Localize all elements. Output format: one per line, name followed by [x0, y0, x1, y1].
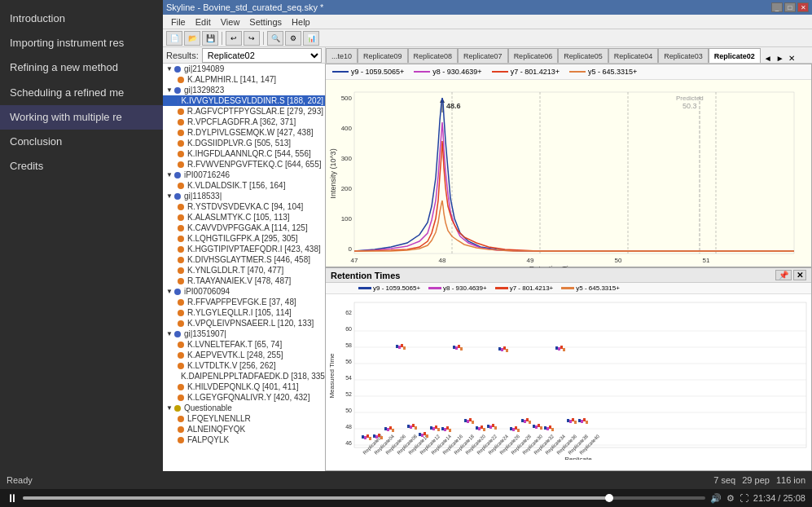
tab-rep03[interactable]: Replicate03: [658, 48, 709, 63]
toolbar-save[interactable]: 💾: [202, 31, 218, 46]
maximize-button[interactable]: □: [784, 2, 796, 12]
toolbar-undo[interactable]: ↩: [226, 31, 242, 46]
svg-rect-66: [373, 434, 375, 438]
fullscreen-icon[interactable]: ⛶: [740, 493, 748, 503]
menu-view[interactable]: View: [216, 17, 245, 27]
tree-item[interactable]: R.YLGYLEQLLR.I [105, 114]: [163, 307, 325, 318]
svg-rect-91: [444, 428, 446, 431]
menu-help[interactable]: Help: [287, 17, 315, 27]
tab-next[interactable]: ►: [775, 54, 786, 63]
tree-item[interactable]: ▼iPI00706094: [163, 286, 325, 297]
toolbar-btn3[interactable]: 🔍: [267, 31, 283, 46]
tree-item[interactable]: FALPQYLK: [163, 434, 325, 445]
tab-rep09[interactable]: Replicate09: [358, 48, 408, 63]
tab-rep06[interactable]: Replicate06: [508, 48, 559, 63]
tree-item[interactable]: K.LGEYGFQNALIVR.Y [420, 432]: [163, 392, 325, 403]
progress-knob[interactable]: [605, 494, 613, 502]
tree-expand-icon[interactable]: ▼: [166, 404, 173, 412]
tree-expand-icon[interactable]: ▼: [166, 288, 173, 295]
tree-item[interactable]: ▼gi|118533|: [163, 191, 325, 201]
tree-panel[interactable]: ▼gi|2194089K.ALPMHIR.L [141, 147]▼gi|132…: [163, 64, 326, 471]
tab-close[interactable]: ✕: [787, 54, 797, 63]
tree-item[interactable]: K.YNLGLDLR.T [470, 477]: [163, 265, 325, 276]
tree-item[interactable]: R.TAAYANAIEK.V [478, 487]: [163, 276, 325, 286]
tree-expand-icon[interactable]: ▼: [166, 192, 173, 200]
tree-item[interactable]: K.VLDALDSIK.T [156, 164]: [163, 180, 325, 191]
rt-legend-y7: y7 - 801.4213+: [495, 284, 554, 292]
tab-rep07[interactable]: Replicate07: [458, 48, 508, 63]
svg-rect-122: [533, 425, 535, 428]
volume-icon[interactable]: 🔊: [710, 493, 722, 504]
tab-rep02[interactable]: Replicate02: [709, 48, 761, 63]
tree-item[interactable]: R.VPCFLAGDFR.A [362, 371]: [163, 117, 325, 127]
menu-settings[interactable]: Settings: [244, 17, 287, 27]
tree-item[interactable]: ▼iPI00716246: [163, 170, 325, 180]
tree-item[interactable]: ▼Questionable: [163, 403, 325, 413]
tab-te10[interactable]: ...te10: [326, 48, 358, 63]
tree-expand-icon[interactable]: ▼: [166, 171, 173, 179]
tree-item-label: R.YLGYLEQLLR.I [105, 114]: [187, 308, 292, 317]
tree-item[interactable]: R.YSTDVSVDEVKA.C [94, 104]: [163, 201, 325, 212]
tree-item[interactable]: K.IVVGYLDESGVLDDINR.S [188, 202]: [163, 95, 325, 106]
tree-item[interactable]: K.AEPVEVTK.L [248, 255]: [163, 350, 325, 360]
sidebar-item-credits[interactable]: Credits: [0, 154, 163, 179]
toolbar-btn4[interactable]: ⚙: [285, 31, 301, 46]
tree-item[interactable]: K.ALPMHIR.L [141, 147]: [163, 74, 325, 85]
toolbar-new[interactable]: 📄: [166, 31, 182, 46]
rt-close[interactable]: ✕: [793, 270, 806, 280]
tree-item-label: K.LVNELTEFAK.T [65, 74]: [187, 340, 282, 349]
tree-item[interactable]: K.DIVHSGLAYTMER.S [446, 458]: [163, 254, 325, 265]
results-dropdown[interactable]: Replicate02: [202, 48, 322, 63]
tree-item-label: R.VPCFLAGDFR.A [362, 371]: [187, 117, 296, 126]
sidebar-item-conclusion[interactable]: Conclusion: [0, 130, 163, 154]
tree-item[interactable]: ▼gi|1329823: [163, 85, 325, 95]
tree-dot-icon: [178, 267, 184, 274]
tree-item[interactable]: R.AGFVCPTFPYGSLAR.E [279, 293]: [163, 106, 325, 117]
tree-item[interactable]: ▼gi|1351907|: [163, 328, 325, 339]
tree-item[interactable]: ALNEINQFYQK: [163, 424, 325, 434]
tree-item[interactable]: K.IHGFDLAANNLQR.C [544, 556]: [163, 148, 325, 159]
tree-item[interactable]: K.CAVVDVPFGGAK.A [114, 125]: [163, 223, 325, 233]
tab-rep05[interactable]: Replicate05: [558, 48, 608, 63]
menu-edit[interactable]: Edit: [191, 17, 216, 27]
tab-prev[interactable]: ◄: [762, 54, 774, 63]
tab-rep08[interactable]: Replicate08: [408, 48, 459, 63]
play-button[interactable]: ⏸: [7, 492, 18, 505]
tab-rep04[interactable]: Replicate04: [608, 48, 659, 63]
settings-icon[interactable]: ⚙: [726, 493, 735, 504]
sidebar-item-introduction[interactable]: Introduction: [0, 7, 163, 31]
tree-expand-icon[interactable]: ▼: [166, 86, 173, 94]
tree-item[interactable]: R.FVWVENPGVFTEKQ.C [644, 655]: [163, 159, 325, 170]
toolbar-open[interactable]: 📂: [184, 31, 200, 46]
tree-expand-icon[interactable]: ▼: [166, 65, 173, 73]
sidebar-item-working[interactable]: Working with multiple re: [0, 105, 163, 130]
tree-item[interactable]: K.ALASLMTYK.C [105, 113]: [163, 212, 325, 223]
tree-dot-icon: [178, 130, 184, 136]
tree-item[interactable]: R.FFVAPFPEVFGK.E [37, 48]: [163, 297, 325, 307]
tree-item[interactable]: K.LVNELTEFAK.T [65, 74]: [163, 339, 325, 350]
minimize-button[interactable]: _: [771, 2, 783, 12]
tree-item[interactable]: K.DAIPENLPPLTADFAEDK.D [318, 335]: [163, 371, 325, 381]
close-button[interactable]: ✕: [797, 2, 809, 12]
tree-item[interactable]: K.HILVDEPQNLK.Q [401, 411]: [163, 381, 325, 392]
tree-item[interactable]: K.DGSIIDPLVR.G [505, 513]: [163, 138, 325, 148]
rt-pin[interactable]: 📌: [775, 270, 792, 280]
tree-item[interactable]: LFQEYLNENLLR: [163, 413, 325, 424]
toolbar-btn5[interactable]: 📊: [303, 31, 319, 46]
tree-expand-icon[interactable]: ▼: [166, 330, 173, 337]
svg-rect-134: [567, 419, 569, 422]
tree-item[interactable]: K.LQHGTILGFPK.A [295, 305]: [163, 233, 325, 244]
tree-item[interactable]: K.LVTDLTK.V [256, 262]: [163, 360, 325, 371]
tree-item[interactable]: K.HGGTIPIVPTAEFQDR.I [423, 438]: [163, 244, 325, 254]
svg-text:50.3: 50.3: [683, 102, 697, 110]
menu-file[interactable]: File: [166, 17, 191, 27]
tree-item[interactable]: K.VPQLEIVPNSAEER.L [120, 133]: [163, 318, 325, 328]
tree-item[interactable]: ▼gi|2194089: [163, 64, 325, 74]
toolbar-redo[interactable]: ↪: [244, 31, 260, 46]
tree-item[interactable]: R.DYLPIVLGSEMQK.W [427, 438]: [163, 127, 325, 138]
svg-rect-75: [398, 346, 401, 349]
sidebar-item-importing[interactable]: Importing instrument res: [0, 31, 163, 55]
sidebar-item-scheduling[interactable]: Scheduling a refined me: [0, 81, 163, 105]
sidebar-item-refining[interactable]: Refining a new method: [0, 55, 163, 80]
progress-bar[interactable]: [23, 496, 705, 500]
